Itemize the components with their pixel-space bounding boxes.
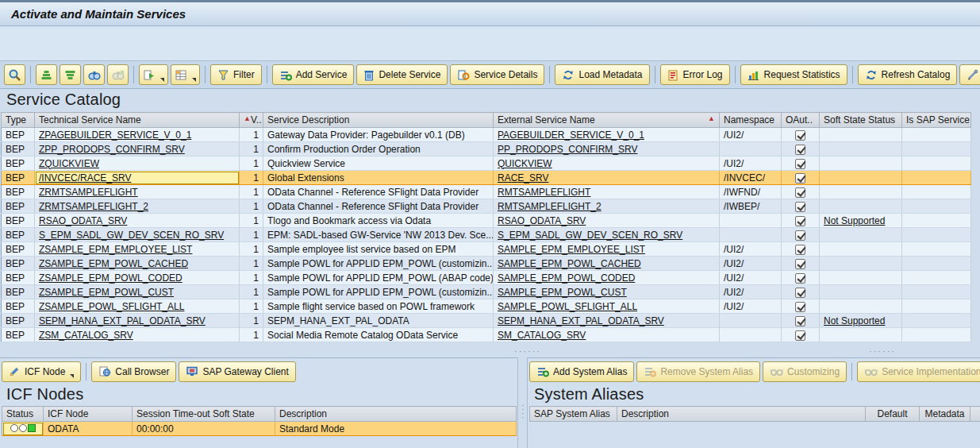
technical-service-link[interactable]: ZSAMPLE_EPM_POWL_CACHED [39,258,188,269]
service-row[interactable]: BEP/INVCEC/RACE_SRV1Global ExtensionsRAC… [2,171,971,185]
column-header-description[interactable]: Description [275,407,517,422]
technical-service-link[interactable]: ZSAMPLE_EPM_POWL_CODED [39,272,183,284]
column-header-metadata[interactable]: Metadata [920,407,970,422]
technical-service-link[interactable]: /INVCEC/RACE_SRV [39,172,131,183]
column-header-session-timeout[interactable]: Session Time-out Soft State [133,407,275,422]
external-service-link[interactable]: RMTSAMPLEFLIGHT [498,187,590,198]
sort-ascending-button[interactable] [36,64,57,85]
technical-service-link[interactable]: ZSAMPLE_POWL_SFLIGHT_ALL [39,301,184,312]
column-header-default[interactable]: Default [866,407,920,422]
technical-service-link[interactable]: ZSAMPLE_EPM_EMPLOYEE_LIST [39,244,192,255]
oauth-checkbox[interactable] [795,216,805,226]
service-row[interactable]: BEPZSM_CATALOG_SRV1Social Media Remote C… [2,328,971,342]
detail-display-button[interactable] [4,64,25,85]
layout-button[interactable] [171,64,200,85]
gateway-client-button[interactable]: SAP Gateway Client [179,361,296,382]
column-header-external-service-name[interactable]: External Service Name▲ [494,113,720,128]
external-service-link[interactable]: SAMPLE_EPM_EMPLOYEE_LIST [498,244,645,255]
soft-state-status-link[interactable]: Not Supported [824,215,885,226]
delete-service-button[interactable]: Delete Service [356,64,448,85]
icf-node-button[interactable]: ICF Node [2,361,81,382]
external-service-link[interactable]: PAGEBUILDER_SERVICE_V_0_1 [498,129,644,141]
oauth-checkbox[interactable] [795,288,805,298]
oauth-checkbox[interactable] [795,273,805,284]
request-statistics-button[interactable]: Request Statistics [740,64,847,85]
column-header-soft-state-status[interactable]: Soft State Status [820,113,902,128]
oauth-checkbox[interactable] [795,145,805,155]
service-row[interactable]: BEPSEPM_HANA_EXT_PAL_ODATA_SRV1SEPM_HANA… [2,314,971,328]
column-header-status[interactable]: Status [2,407,44,422]
column-header-sap-system-alias[interactable]: SAP System Alias [530,407,617,422]
oauth-checkbox[interactable] [795,202,805,212]
column-header-namespace[interactable]: Namespace [720,113,782,128]
oauth-checkbox[interactable] [795,187,805,198]
technical-service-link[interactable]: ZPP_PRODOPS_CONFIRM_SRV [39,144,185,155]
soft-state-status-link[interactable]: Not Supported [824,315,885,326]
external-service-link[interactable]: S_EPM_SADL_GW_DEV_SCEN_RO_SRV [498,230,682,241]
oauth-checkbox[interactable] [795,259,805,269]
splitter-grip[interactable]: ·········· [869,350,896,353]
export-button[interactable] [139,64,168,85]
external-service-link[interactable]: SEPM_HANA_EXT_PAL_ODATA_SRV [498,315,664,326]
service-row[interactable]: BEPZSAMPLE_EPM_POWL_CACHED1Sample POWL f… [2,257,971,271]
service-row[interactable]: BEPZRMTSAMPLEFLIGHT1OData Channel - Refe… [2,185,971,199]
column-header-oauth[interactable]: OAut.. [782,113,820,128]
technical-service-link[interactable]: ZPAGEBUILDER_SERVICE_V_0_1 [39,129,191,141]
technical-service-link[interactable]: SEPM_HANA_EXT_PAL_ODATA_SRV [39,315,206,326]
external-service-link[interactable]: RACE_SRV [498,172,548,183]
service-details-button[interactable]: Service Details [450,64,544,85]
call-browser-button[interactable]: Call Browser [91,361,176,382]
error-log-button[interactable]: Error Log [660,64,730,85]
service-row[interactable]: BEPZSAMPLE_POWL_SFLIGHT_ALL1Sample fligh… [2,299,971,314]
splitter-grip[interactable]: ···· [521,404,525,419]
technical-service-link[interactable]: ZRMTSAMPLEFLIGHT [39,187,138,198]
column-header-icf-node[interactable]: ICF Node [44,407,133,422]
column-header-is-sap-service[interactable]: Is SAP Service [902,113,971,128]
find-next-button[interactable] [107,64,129,85]
external-service-link[interactable]: RSAO_ODATA_SRV [498,215,586,226]
oauth-checkbox[interactable] [795,302,805,312]
add-system-alias-button[interactable]: Add System Alias [529,361,634,382]
column-header-technical-service-name[interactable]: Technical Service Name [35,113,240,128]
technical-service-link[interactable]: ZQUICKVIEW [39,158,99,169]
external-service-link[interactable]: SAMPLE_EPM_POWL_CODED [498,272,635,284]
service-row[interactable]: BEPZSAMPLE_EPM_POWL_CODED1Sample POWL fo… [2,271,971,285]
service-implementation-button[interactable]: Service Implementation [857,361,980,382]
oauth-checkbox[interactable] [795,130,805,141]
service-row[interactable]: BEPRSAO_ODATA_SRV1Tlogo and Bookmark acc… [2,214,971,228]
oauth-button[interactable]: OAuth [959,64,980,85]
technical-service-link[interactable]: ZSM_CATALOG_SRV [39,330,133,341]
oauth-checkbox[interactable] [795,173,805,183]
external-service-link[interactable]: SAMPLE_EPM_POWL_CACHED [498,258,641,269]
external-service-link[interactable]: PP_PRODOPS_CONFIRM_SRV [498,144,638,155]
refresh-catalog-button[interactable]: Refresh Catalog [858,64,958,85]
splitter-grip[interactable]: ·········· [514,350,541,353]
service-row[interactable]: BEPS_EPM_SADL_GW_DEV_SCEN_RO_SRV1EPM: SA… [2,228,971,242]
external-service-link[interactable]: SAMPLE_EPM_POWL_CUST [498,287,627,298]
technical-service-link[interactable]: S_EPM_SADL_GW_DEV_SCEN_RO_SRV [39,230,224,241]
add-service-button[interactable]: Add Service [272,64,355,85]
remove-system-alias-button[interactable]: Remove System Alias [636,361,760,382]
service-row[interactable]: BEPZPAGEBUILDER_SERVICE_V_0_11Gateway Da… [2,128,971,142]
technical-service-link[interactable]: ZRMTSAMPLEFLIGHT_2 [39,201,148,212]
service-row[interactable]: BEPZPP_PRODOPS_CONFIRM_SRV1Confirm Produ… [2,142,971,156]
oauth-checkbox[interactable] [795,230,805,241]
column-header-type[interactable]: Type [2,113,35,128]
external-service-link[interactable]: RMTSAMPLEFLIGHT_2 [498,201,601,212]
external-service-link[interactable]: QUICKVIEW [498,158,552,169]
external-service-link[interactable]: SAMPLE_POWL_SFLIGHT_ALL [498,301,637,312]
column-header-service-description[interactable]: Service Description [263,113,494,128]
oauth-checkbox[interactable] [795,316,805,326]
icf-row[interactable]: ODATA00:00:00Standard Mode [2,422,517,436]
technical-service-link[interactable]: RSAO_ODATA_SRV [39,215,127,226]
load-metadata-button[interactable]: Load Metadata [555,64,649,85]
service-row[interactable]: BEPZRMTSAMPLEFLIGHT_21OData Channel - Re… [2,199,971,214]
column-header-version[interactable]: ▲V.. [240,113,263,128]
oauth-checkbox[interactable] [795,330,805,341]
service-row[interactable]: BEPZSAMPLE_EPM_POWL_CUST1Sample POWL for… [2,285,971,299]
vertical-splitter[interactable]: ···· [517,357,528,448]
oauth-checkbox[interactable] [795,245,805,255]
horizontal-splitter[interactable]: ·········· ·········· [0,346,980,357]
column-header-description[interactable]: Description [617,407,866,422]
find-button[interactable] [83,64,105,85]
